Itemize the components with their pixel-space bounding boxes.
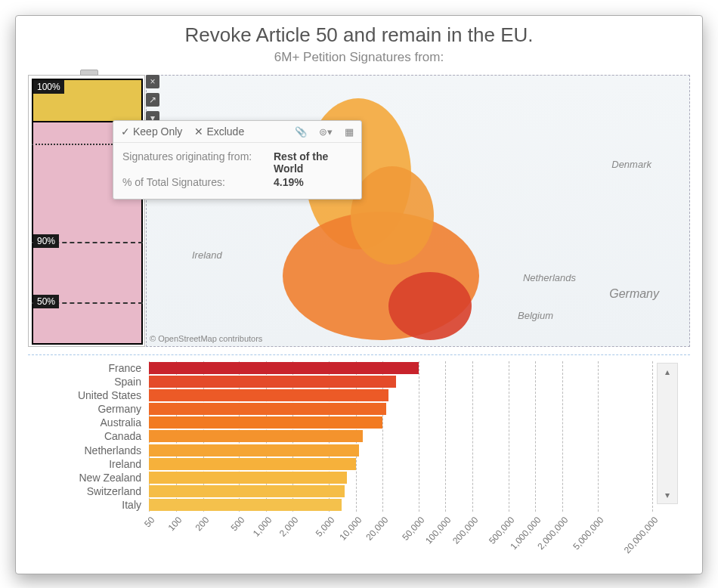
bar-row[interactable]	[149, 471, 652, 484]
x-tick-label: 100	[166, 515, 184, 533]
tooltip-row: Signatures originating from: Rest of the…	[122, 150, 352, 175]
bar-country-label: Netherlands	[28, 444, 146, 457]
group-icon[interactable]: ⊚▾	[319, 126, 333, 138]
x-tick-label: 2,000	[277, 515, 300, 539]
bar-country-label: Switzerland	[28, 484, 146, 498]
bar-country-label: France	[28, 361, 146, 375]
dashboard: Revoke Article 50 and remain in the EU. …	[15, 15, 703, 574]
tooltip: ✓ Keep Only ✕ Exclude 📎 ⊚▾ ▦ Signatures …	[113, 120, 362, 200]
x-tick-label: 5,000	[314, 515, 336, 539]
x-tick-label: 200	[193, 515, 211, 533]
x-tick-label: 50,000	[400, 515, 426, 543]
bar-row[interactable]	[149, 484, 652, 498]
x-axis-ticks: 501002005001,0002,0005,00010,00020,00050…	[149, 512, 652, 565]
x-tick-label: 1,000	[251, 515, 274, 539]
bar-country-label: Spain	[28, 375, 146, 388]
page-subtitle: 6M+ Petition Signatures from:	[16, 50, 702, 65]
x-tick-label: 5,000,000	[571, 515, 606, 552]
gauge-label-100: 100%	[33, 80, 64, 94]
bar-row[interactable]	[149, 402, 652, 416]
close-icon: ✕	[194, 125, 203, 138]
grid-line	[652, 361, 653, 512]
bar-country-label: Ireland	[28, 457, 146, 471]
bars	[149, 361, 652, 512]
map-region	[388, 272, 472, 340]
map-label-germany: Germany	[609, 287, 659, 301]
bar[interactable]	[149, 376, 396, 388]
exclude-label: Exclude	[206, 125, 244, 138]
bar[interactable]	[149, 472, 347, 484]
gauge-label-90: 90%	[33, 234, 59, 248]
bar-country-label: Italy	[28, 498, 146, 512]
map-attribution: © OpenStreetMap contributors	[150, 334, 262, 343]
bar[interactable]	[149, 403, 386, 415]
x-tick-label: 20,000,000	[622, 515, 661, 556]
x-tick-label: 500	[228, 515, 246, 533]
tooltip-row-label: Signatures originating from:	[122, 150, 274, 175]
bar-row[interactable]	[149, 444, 652, 457]
bar-row[interactable]	[149, 498, 652, 512]
bar-row[interactable]	[149, 457, 652, 471]
bar[interactable]	[149, 362, 419, 374]
bar-row[interactable]	[149, 375, 652, 388]
bar-row[interactable]	[149, 416, 652, 429]
bar-country-label: United States	[28, 388, 146, 402]
map-region	[351, 166, 434, 265]
x-tick-label: 10,000	[337, 515, 364, 543]
scroll-down-button[interactable]: ▾	[665, 487, 670, 503]
country-bar-chart: FranceSpainUnited StatesGermanyAustralia…	[28, 354, 690, 565]
page-title: Revoke Article 50 and remain in the EU.	[16, 23, 702, 47]
tooltip-row-value: 4.19%	[274, 176, 304, 188]
x-tick-label: 200,000	[450, 515, 480, 546]
tooltip-row-label: % of Total Signatures:	[122, 176, 274, 188]
gauge-panel[interactable]: 100% 90% 50%	[28, 75, 145, 347]
scrollbar[interactable]: ▴ ▾	[657, 363, 678, 504]
bar-country-label: Canada	[28, 429, 146, 443]
bar-labels: FranceSpainUnited StatesGermanyAustralia…	[28, 361, 146, 512]
bar[interactable]	[149, 430, 363, 442]
drag-handle[interactable]	[80, 70, 98, 76]
map-label-belgium: Belgium	[518, 310, 553, 321]
panel-controls: × ↗ ▾	[146, 75, 162, 125]
bar-country-label: New Zealand	[28, 471, 146, 484]
close-icon[interactable]: ×	[146, 75, 159, 88]
table-icon[interactable]: ▦	[345, 126, 354, 138]
x-tick-label: 50	[142, 515, 156, 529]
map-label-denmark: Denmark	[611, 159, 651, 170]
bar[interactable]	[149, 444, 359, 456]
map-label-ireland: Ireland	[192, 249, 222, 261]
bar[interactable]	[149, 458, 356, 470]
map-label-netherlands: Netherlands	[523, 272, 576, 283]
attach-icon[interactable]: 📎	[295, 126, 307, 138]
bar-row[interactable]	[149, 361, 652, 375]
tooltip-body: Signatures originating from: Rest of the…	[113, 143, 361, 199]
share-icon[interactable]: ↗	[146, 93, 159, 107]
bar[interactable]	[149, 389, 388, 401]
tooltip-row: % of Total Signatures: 4.19%	[122, 176, 352, 188]
keep-only-button[interactable]: ✓ Keep Only	[121, 125, 182, 138]
bar[interactable]	[149, 485, 345, 497]
keep-only-label: Keep Only	[133, 125, 182, 138]
bar-country-label: Germany	[28, 402, 146, 416]
choropleth-map[interactable]: Ireland Netherlands Belgium Germany Denm…	[146, 75, 690, 347]
tooltip-toolbar: ✓ Keep Only ✕ Exclude 📎 ⊚▾ ▦	[113, 121, 361, 143]
bar-row[interactable]	[149, 429, 652, 443]
x-tick-label: 20,000	[364, 515, 391, 543]
bar-row[interactable]	[149, 388, 652, 402]
bar-country-label: Australia	[28, 416, 146, 429]
exclude-button[interactable]: ✕ Exclude	[194, 125, 244, 138]
check-icon: ✓	[121, 125, 130, 138]
x-tick-label: 100,000	[423, 515, 453, 546]
tooltip-row-value: Rest of the World	[274, 150, 352, 175]
bar[interactable]	[149, 416, 382, 429]
gauge-label-50: 50%	[33, 295, 59, 308]
scroll-up-button[interactable]: ▴	[665, 364, 670, 380]
bar[interactable]	[149, 499, 342, 511]
